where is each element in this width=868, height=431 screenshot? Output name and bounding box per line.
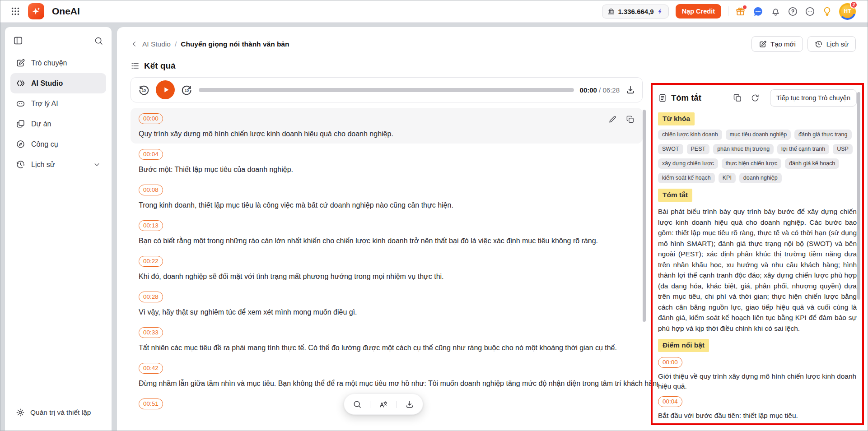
compose-icon bbox=[16, 58, 25, 68]
continue-in-chat-button[interactable]: Tiếp tục trong Trò chuyện bbox=[770, 89, 857, 107]
refresh-summary-icon[interactable] bbox=[751, 93, 760, 102]
keyword-tag[interactable]: thực hiện chiến lược bbox=[722, 158, 782, 169]
gift-icon[interactable] bbox=[735, 6, 746, 17]
results-section-title: Kết quả bbox=[131, 61, 868, 71]
search-icon[interactable] bbox=[94, 36, 103, 46]
segment-timestamp[interactable]: 00:08 bbox=[139, 185, 163, 195]
highlights-label: Điểm nổi bật bbox=[658, 339, 709, 352]
keyword-tag[interactable]: đánh giá thực trạng bbox=[794, 130, 851, 140]
highlight-timestamp[interactable]: 00:00 bbox=[658, 357, 682, 368]
bell-icon[interactable] bbox=[770, 6, 781, 17]
sidebar-nav: Trò chuyện AI Studio Trợ lý AI Dự án bbox=[5, 51, 112, 176]
keyword-tag[interactable]: PEST bbox=[687, 144, 710, 154]
summary-panel: Tóm tắt Tiếp tục trong Trò chuyện Từ khó… bbox=[658, 89, 857, 425]
segment-timestamp[interactable]: 00:51 bbox=[139, 399, 163, 409]
grid-menu-icon[interactable] bbox=[10, 6, 20, 16]
transcript-segment[interactable]: 00:08 Trong kinh doanh, thiết lập mục ti… bbox=[131, 179, 643, 215]
segment-timestamp[interactable]: 00:13 bbox=[139, 220, 163, 231]
sidebar-item-history[interactable]: Lịch sử bbox=[10, 154, 106, 175]
highlight-item: 00:04 Bắt đầu với bước đầu tiên: thiết l… bbox=[658, 396, 857, 421]
credit-balance-pill[interactable]: 1.336.664,9 bbox=[602, 5, 668, 19]
download-audio-icon[interactable] bbox=[625, 85, 635, 95]
segment-timestamp[interactable]: 00:42 bbox=[139, 363, 163, 374]
main-scrollbar[interactable] bbox=[643, 110, 646, 322]
rewind-15-icon[interactable]: 15 bbox=[138, 84, 150, 96]
keyword-tag[interactable]: SWOT bbox=[658, 144, 683, 154]
notification-count-badge: 2 bbox=[850, 1, 858, 9]
keyword-tag[interactable]: USP bbox=[833, 144, 853, 154]
create-new-button[interactable]: Tạo mới bbox=[751, 36, 803, 52]
copy-icon[interactable] bbox=[626, 115, 635, 124]
segment-text: Bạn có biết rằng một trong những rào cản… bbox=[139, 237, 635, 245]
chat-bubble-icon[interactable] bbox=[752, 6, 764, 17]
avatar[interactable]: HT 2 bbox=[839, 3, 856, 20]
segment-timestamp[interactable]: 00:22 bbox=[139, 256, 163, 267]
bank-icon bbox=[607, 8, 615, 15]
segment-timestamp[interactable]: 00:04 bbox=[139, 149, 163, 160]
segment-text: Đừng nhầm lẫn giữa tầm nhìn và mục tiêu.… bbox=[139, 380, 635, 388]
topup-credit-button[interactable]: Nạp Credit bbox=[676, 4, 721, 19]
toolbar-divider bbox=[370, 401, 370, 408]
summary-panel-scrollbar[interactable] bbox=[857, 92, 860, 300]
more-icon[interactable] bbox=[805, 6, 815, 17]
transcript-segment[interactable]: 00:04 Bước một: Thiết lập mục tiêu của d… bbox=[131, 144, 643, 179]
keyword-tag[interactable]: đánh giá kế hoạch bbox=[785, 158, 839, 169]
segment-text: Trong kinh doanh, thiết lập mục tiêu là … bbox=[139, 201, 635, 209]
transcript-segment[interactable]: 00:42 Đừng nhầm lẫn giữa tầm nhìn và mục… bbox=[131, 357, 643, 393]
highlight-timestamp[interactable]: 00:04 bbox=[658, 396, 682, 407]
transcript-segment[interactable]: 00:33 Tất nhiên các mục tiêu đề ra phải … bbox=[131, 322, 643, 357]
history-icon bbox=[815, 40, 823, 48]
seek-bar[interactable] bbox=[199, 88, 574, 92]
idea-lamp-icon[interactable] bbox=[822, 6, 832, 17]
oneai-logo-icon[interactable] bbox=[28, 3, 44, 19]
history-label: Lịch sử bbox=[826, 40, 849, 48]
sidebar-item-projects[interactable]: Dự án bbox=[10, 114, 106, 134]
transcript-segment[interactable]: 00:22 Khi đó, doanh nghiệp sẽ đối mặt vớ… bbox=[131, 250, 643, 286]
copy-summary-icon[interactable] bbox=[733, 93, 742, 102]
highlight-item: 00:00 Giới thiệu về quy trình xây dựng m… bbox=[658, 357, 857, 391]
sidebar-item-chat[interactable]: Trò chuyện bbox=[10, 53, 106, 73]
highlight-text: Giới thiệu về quy trình xây dựng mô hình… bbox=[658, 371, 857, 391]
breadcrumb-parent[interactable]: AI Studio bbox=[142, 40, 171, 48]
sidebar-item-assistant[interactable]: Trợ lý AI bbox=[10, 93, 106, 114]
sidebar-item-admin-settings[interactable]: Quản trị và thiết lập bbox=[5, 401, 112, 431]
sidebar-item-label: AI Studio bbox=[31, 79, 63, 88]
segment-timestamp[interactable]: 00:33 bbox=[139, 327, 163, 338]
keyword-tag[interactable]: xây dựng chiến lược bbox=[658, 158, 718, 169]
panel-toggle-icon[interactable] bbox=[13, 36, 23, 46]
keyword-tag[interactable]: chiến lược kinh doanh bbox=[658, 130, 722, 140]
keyword-tag[interactable]: phân khúc thị trường bbox=[713, 144, 774, 154]
forward-15-icon[interactable]: 15 bbox=[181, 84, 193, 96]
settings-icon bbox=[16, 408, 25, 417]
toolbar-divider bbox=[397, 401, 397, 408]
projects-icon bbox=[16, 119, 25, 129]
keyword-tag[interactable]: lợi thế cạnh tranh bbox=[777, 144, 829, 154]
sidebar-item-tools[interactable]: Công cụ bbox=[10, 134, 106, 154]
pencil-icon[interactable] bbox=[608, 115, 617, 124]
document-icon bbox=[658, 93, 667, 102]
segment-timestamp[interactable]: 00:28 bbox=[139, 292, 163, 302]
keyword-tag[interactable]: KPI bbox=[719, 173, 736, 183]
topbar-divider bbox=[728, 6, 728, 16]
chevron-left-icon[interactable] bbox=[131, 40, 138, 48]
player-current-time: 00:00 bbox=[580, 86, 597, 94]
segment-text: Tất nhiên các mục tiêu đề ra phải mang t… bbox=[139, 344, 635, 352]
highlight-text: Bắt đầu với bước đầu tiên: thiết lập mục… bbox=[658, 411, 857, 421]
download-icon[interactable] bbox=[405, 400, 414, 409]
segment-text: Quy trình xây dựng mô hình chiến lược ki… bbox=[139, 130, 635, 138]
keyword-tag[interactable]: doanh nghiệp bbox=[739, 173, 782, 183]
play-button[interactable] bbox=[156, 80, 175, 99]
help-icon[interactable] bbox=[788, 6, 798, 17]
sidebar-item-ai-studio[interactable]: AI Studio bbox=[10, 73, 106, 93]
player-time: 00:00 / 06:28 bbox=[580, 86, 620, 94]
segment-timestamp[interactable]: 00:00 bbox=[139, 113, 163, 124]
transcript-segment[interactable]: 00:00 Quy trình xây dựng mô hình chiến l… bbox=[131, 108, 643, 144]
history-button[interactable]: Lịch sử bbox=[807, 36, 856, 52]
keywords-row: SWOT PEST phân khúc thị trường lợi thế c… bbox=[658, 144, 857, 154]
keyword-tag[interactable]: mục tiêu doanh nghiệp bbox=[726, 130, 791, 140]
translate-icon[interactable] bbox=[379, 400, 388, 409]
keyword-tag[interactable]: kiểm soát kế hoạch bbox=[658, 173, 715, 183]
search-icon[interactable] bbox=[353, 400, 362, 409]
transcript-segment[interactable]: 00:13 Bạn có biết rằng một trong những r… bbox=[131, 215, 643, 250]
transcript-segment[interactable]: 00:28 Vì vậy, hãy thật sự nghiêm túc để … bbox=[131, 286, 643, 322]
